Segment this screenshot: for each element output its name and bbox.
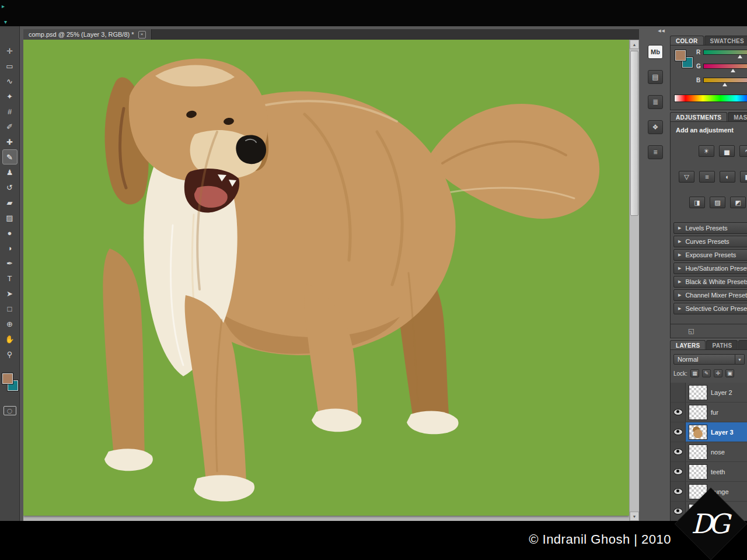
preset-row[interactable]: ▶ Selective Color Presets [673, 303, 747, 314]
type-tool[interactable]: T [2, 271, 18, 286]
tab-swatches[interactable]: SWATCHES [704, 36, 747, 46]
layer-thumbnail[interactable] [689, 385, 707, 400]
color-swatches [0, 372, 20, 398]
tab-extra-2[interactable] [738, 340, 747, 350]
layer-row[interactable]: Layer 2 [671, 383, 747, 402]
expand-arrow-icon: ▶ [678, 306, 681, 311]
lock-transparency-icon[interactable]: ▦ [690, 369, 699, 377]
healing-brush-tool[interactable]: ✚ [2, 134, 18, 149]
red-slider-handle[interactable] [738, 55, 742, 58]
visibility-toggle[interactable] [671, 462, 686, 481]
green-slider-hand le[interactable] [731, 69, 735, 72]
crop-tool[interactable]: # [2, 104, 18, 119]
layer-name[interactable]: Layer 3 [711, 429, 734, 436]
layer-comps-panel-button[interactable]: ≡ [648, 145, 663, 159]
color-spectrum-ramp[interactable] [674, 94, 747, 102]
visibility-toggle[interactable] [671, 422, 686, 442]
scroll-down-icon[interactable]: ▼ [630, 512, 639, 521]
layer-name[interactable]: fur [711, 409, 718, 416]
close-icon[interactable]: × [138, 31, 146, 38]
layer-row[interactable]: nose [671, 442, 747, 462]
gradient-tool[interactable]: ▨ [2, 210, 18, 225]
scrollbar-thumb[interactable] [630, 51, 638, 216]
path-selection-tool[interactable]: ➤ [2, 286, 18, 301]
layer-row[interactable]: fur [671, 402, 747, 422]
layer-thumbnail[interactable] [689, 464, 707, 480]
foreground-color-swatch[interactable] [2, 373, 13, 384]
layer-row[interactable]: Layer 3 [671, 422, 747, 442]
hand-tool[interactable]: ✋ [2, 331, 18, 346]
marquee-tool[interactable]: ▭ [2, 58, 18, 74]
history-brush-tool[interactable]: ↺ [2, 180, 18, 195]
eraser-tool[interactable]: ▰ [2, 195, 18, 210]
move-tool[interactable]: ✛ [2, 43, 18, 58]
visibility-toggle[interactable] [671, 402, 686, 422]
red-slider-track[interactable] [703, 50, 747, 55]
tool-presets-panel-button[interactable]: ❖ [648, 120, 663, 134]
preset-row[interactable]: ▶ Levels Presets [673, 222, 747, 234]
black-white-icon[interactable]: ◧ [740, 171, 747, 183]
quick-selection-tool[interactable]: ✦ [2, 89, 18, 104]
eyedropper-tool[interactable]: ✐ [2, 119, 18, 134]
blend-mode-dropdown[interactable]: Normal [673, 354, 735, 365]
photo-filter-icon[interactable]: ◨ [689, 197, 705, 208]
visibility-toggle[interactable] [671, 383, 686, 402]
preset-row[interactable]: ▶ Hue/Saturation Presets [673, 262, 747, 274]
3d-rotate-tool[interactable]: ⊕ [2, 316, 18, 331]
panel-foreground-swatch[interactable] [675, 50, 686, 61]
layer-name[interactable]: teeth [711, 468, 725, 475]
layer-thumbnail[interactable] [689, 405, 707, 420]
preset-row[interactable]: ▶ Black & White Presets [673, 276, 747, 288]
document-tab[interactable]: comp.psd @ 25% (Layer 3, RGB/8) * × [23, 29, 152, 40]
canvas[interactable] [23, 40, 629, 516]
preset-row[interactable]: ▶ Curves Presets [673, 236, 747, 247]
eye-icon [673, 468, 683, 475]
tab-color[interactable]: COLOR [670, 36, 704, 46]
curves-icon[interactable]: ∿ [739, 145, 747, 157]
layer-name[interactable]: nose [711, 449, 725, 456]
brightness-contrast-icon[interactable]: ☀ [699, 145, 714, 157]
selective-color-icon[interactable]: ◩ [730, 197, 746, 208]
tab-paths[interactable]: PATHS [706, 340, 738, 350]
levels-icon[interactable]: ▅ [719, 145, 735, 157]
lock-pixels-icon[interactable]: ✎ [702, 369, 711, 377]
layer-name[interactable]: Layer 2 [711, 389, 732, 396]
lasso-tool[interactable]: ∿ [2, 74, 18, 89]
color-balance-icon[interactable]: ◐ [720, 171, 735, 183]
hue-saturation-icon[interactable]: ≡ [699, 171, 715, 183]
green-slider-track[interactable] [703, 64, 747, 69]
layer-thumbnail[interactable] [689, 444, 707, 460]
dodge-tool[interactable]: ◑ [2, 240, 18, 256]
vertical-scrollbar[interactable]: ▲ ▼ [629, 40, 639, 521]
blue-slider-handle[interactable] [722, 83, 727, 86]
blur-tool[interactable]: ● [2, 225, 18, 240]
lock-all-icon[interactable]: ▣ [725, 369, 734, 377]
panel-expand-icon[interactable]: ◱ [688, 327, 694, 335]
pen-tool[interactable]: ✒ [2, 256, 18, 271]
chevron-down-icon[interactable]: ▼ [735, 354, 745, 365]
tab-layers[interactable]: LAYERS [670, 340, 706, 350]
vibrance-icon[interactable]: ▽ [679, 171, 694, 183]
layer-thumbnail[interactable] [689, 425, 707, 440]
blue-slider-track[interactable] [703, 78, 747, 83]
tab-adjustments[interactable]: ADJUSTMENTS [670, 112, 727, 122]
scroll-up-icon[interactable]: ▲ [630, 40, 639, 49]
panel-dock: ◀◀ Mb ▤ ≣ ❖ ≡ [642, 26, 669, 521]
clone-stamp-tool[interactable]: ♟ [2, 164, 18, 180]
mb-panel-button[interactable]: Mb [648, 45, 663, 59]
shape-tool[interactable]: □ [2, 301, 18, 316]
dock-collapse-button[interactable]: ◀◀ [658, 29, 665, 33]
quick-mask-button[interactable]: ◯ [4, 406, 16, 415]
preset-row[interactable]: ▶ Exposure Presets [673, 249, 747, 261]
brush-tool[interactable]: ✎ [2, 149, 18, 164]
brushes-panel-button[interactable]: ≣ [648, 95, 663, 109]
channel-mixer-icon[interactable]: ▨ [710, 197, 725, 208]
adjustments-footer: ◱ [671, 324, 747, 338]
zoom-tool[interactable]: ⚲ [2, 346, 18, 362]
layer-row[interactable]: teeth [671, 462, 747, 482]
histogram-panel-button[interactable]: ▤ [648, 70, 663, 84]
visibility-toggle[interactable] [671, 442, 686, 461]
tab-masks[interactable]: MASKS [728, 112, 747, 122]
preset-row[interactable]: ▶ Channel Mixer Presets [673, 289, 747, 301]
lock-position-icon[interactable]: ✛ [714, 369, 722, 377]
